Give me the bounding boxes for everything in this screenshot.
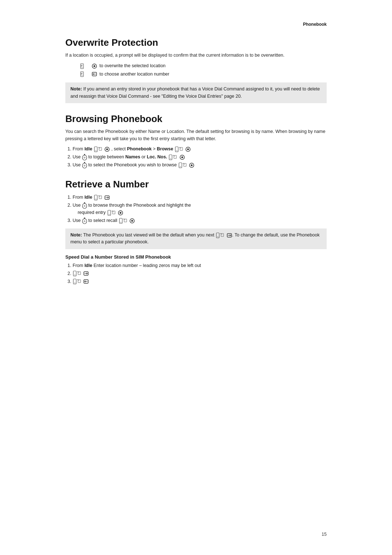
speed-dial-subheading: Speed Dial a Number Stored in SIM Phoneb… [65, 254, 327, 260]
bullet-overwrite: to overwrite the selected location [80, 62, 327, 70]
browsing-step-3: Use to select the Phonebook you wish to … [73, 161, 327, 169]
section-retrieve-number: Retrieve a Number From Idle [65, 179, 327, 285]
bullet-choose-location: to choose another location number [80, 70, 327, 78]
joystick-icon-2 [82, 154, 87, 161]
recall-phone-icon [119, 218, 128, 224]
back-button-icon [91, 71, 97, 77]
joystick-icon-3 [82, 162, 87, 169]
retrieve-steps: From Idle [73, 194, 327, 224]
page-header: Phonebook [65, 22, 327, 27]
joystick-icon-r2 [82, 202, 87, 209]
menu-button-icon-r1 [104, 195, 110, 200]
note-menu-icon [226, 232, 232, 238]
idle-phone-icon-r1 [94, 195, 103, 200]
speed-dial-steps: From Idle Enter location number – leadin… [73, 262, 327, 285]
phone-back-icon [80, 71, 89, 77]
bullet-text-overwrite: to overwrite the selected location [99, 62, 166, 70]
retrieve-step-3: Use to select recall [73, 217, 327, 224]
note-retrieve: Note: The Phonebook you last viewed will… [65, 228, 327, 249]
svg-point-10 [106, 148, 108, 150]
note-overwrite: Note: If you amend an entry stored in yo… [65, 82, 327, 103]
page-number: 15 [322, 532, 327, 537]
ok-button-icon-1b [185, 146, 191, 152]
speed-step-1: From Idle Enter location number – leadin… [73, 262, 327, 269]
overwrite-bullets: to overwrite the selected location [80, 62, 327, 78]
ok-button-icon-3 [189, 162, 195, 168]
heading-browsing-phonebook: Browsing Phonebook [65, 113, 327, 125]
speed-phone-icon-3 [73, 279, 82, 284]
note-label-retrieve: Note: [70, 232, 82, 238]
retrieve-step-2: Use to browse through the Phonebook and … [73, 202, 327, 216]
speed-step-3 [73, 278, 327, 285]
svg-point-43 [84, 218, 85, 219]
section-overwrite-protection: Overwrite Protection If a location is oc… [65, 37, 327, 103]
note-label: Note: [70, 86, 82, 92]
section-label: Phonebook [303, 22, 327, 27]
svg-point-16 [84, 154, 85, 155]
select-phone-icon [178, 162, 188, 168]
browse-phone-icon-r2 [107, 210, 117, 216]
svg-point-40 [119, 212, 121, 214]
toggle-phone-icon [168, 154, 178, 160]
speed-phone-icon-2 [73, 271, 82, 276]
page: Phonebook Overwrite Protection If a loca… [0, 0, 392, 555]
joystick-icon-r3 [82, 218, 87, 224]
browsing-steps: From Idle , select Phonebook > Bro [73, 145, 327, 169]
ok-button-icon-1 [104, 146, 110, 152]
svg-point-3 [94, 65, 95, 67]
ok-button-icon-r2 [118, 210, 123, 216]
svg-point-21 [181, 156, 183, 158]
heading-overwrite-protection: Overwrite Protection [65, 37, 327, 48]
svg-point-13 [187, 148, 189, 150]
svg-point-24 [84, 162, 85, 163]
svg-point-29 [191, 164, 193, 166]
svg-point-35 [84, 202, 85, 203]
overwrite-intro: If a location is occupied, a prompt will… [65, 52, 327, 59]
svg-point-48 [131, 220, 133, 222]
browse-phone-icon [175, 146, 184, 152]
speed-menu-icon-2 [83, 271, 89, 276]
note-phone-icon [216, 232, 225, 238]
ok-button-icon-r3 [129, 218, 135, 224]
retrieve-step-1: From Idle [73, 194, 327, 201]
ok-button-icon-2 [179, 154, 185, 160]
phone-ok-icon [80, 63, 89, 69]
speed-end-icon-3 [83, 279, 89, 284]
browsing-step-2: Use to toggle between Names or Loc. Nos. [73, 153, 327, 161]
idle-phone-icon-1 [94, 146, 103, 152]
section-browsing-phonebook: Browsing Phonebook You can search the Ph… [65, 113, 327, 169]
browsing-intro: You can search the Phonebook by either N… [65, 128, 327, 142]
ok-button-icon [91, 63, 97, 69]
bullet-text-choose: to choose another location number [99, 70, 170, 78]
browsing-step-1: From Idle , select Phonebook > Bro [73, 145, 327, 153]
speed-step-2 [73, 270, 327, 277]
heading-retrieve-number: Retrieve a Number [65, 179, 327, 190]
